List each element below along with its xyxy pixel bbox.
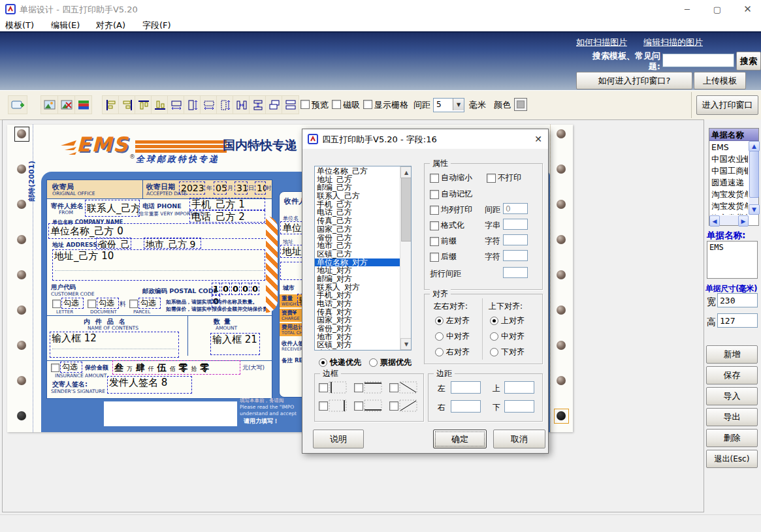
document-checkbox[interactable] [88,300,96,308]
field-list-item[interactable]: 国家_己方 [315,225,400,234]
field-list-item[interactable]: 单位名称_对方 [315,258,400,267]
preview-checkbox[interactable] [300,100,310,109]
margin-left-input[interactable] [451,381,481,394]
template-list-item[interactable]: 淘宝发货单6 [709,212,748,215]
prefix-checkbox[interactable] [430,237,439,246]
new-button[interactable]: 新增 [706,345,758,364]
field-list-item[interactable]: 邮编_对方 [315,275,400,283]
address-self-field[interactable]: 地址_己方 10 [52,249,265,281]
h-align-center-radio[interactable] [435,332,444,341]
show-grid-checkbox[interactable] [363,100,372,109]
field-list-item[interactable]: √ 选项 [315,349,400,351]
scroll-right-icon[interactable]: ▶ [738,215,749,227]
color-swatch[interactable] [514,98,527,111]
auto-shrink-checkbox[interactable] [430,174,439,183]
equal-height-icon[interactable] [184,95,201,114]
field-list-item[interactable]: 邮编_己方 [315,183,400,192]
template-list-item[interactable]: 中国农业银行 [709,153,748,165]
border-bottom-checkbox[interactable] [354,401,363,411]
border-top-checkbox[interactable] [354,383,363,392]
format-string-input[interactable] [503,219,528,230]
margin-right-input[interactable] [451,400,481,413]
input-box-12-field[interactable]: 输入框 12 [50,332,179,358]
delete-button[interactable]: 删除 [706,429,758,447]
format-checkbox[interactable] [430,221,439,230]
company-self-field[interactable]: 单位名称_己方 0 [48,223,267,239]
auto-memory-checkbox[interactable] [430,190,439,199]
how-enter-print-button[interactable]: 如何进入打印窗口? [576,72,692,89]
field-list-item[interactable]: 区镇_己方 [315,250,400,258]
letter-check-field[interactable]: 勾选 [61,298,84,309]
field-list-item[interactable]: 传真_己方 [315,217,400,225]
enter-print-window-button[interactable]: 进入打印窗口 [696,95,758,115]
cancel-button[interactable]: 取消 [493,430,545,448]
month-field[interactable]: 05 [214,181,227,195]
parcel-checkbox[interactable] [129,300,138,308]
add-field-icon[interactable] [8,95,27,114]
save-button[interactable]: 保存 [706,366,758,384]
scrollbar-thumb[interactable] [401,178,412,242]
even-print-checkbox[interactable] [430,206,439,215]
template-list-item[interactable]: EMS [709,142,748,153]
v-align-top-radio[interactable] [490,317,498,325]
field-list-item[interactable]: 国家_对方 [315,316,400,324]
scroll-up-icon[interactable]: ▲ [749,141,760,151]
template-name-box[interactable]: EMS [707,241,758,279]
bring-to-front-icon[interactable] [265,95,283,114]
selection-frame-active[interactable] [554,409,569,424]
border-diag-up-checkbox[interactable] [389,401,398,411]
space-equal-h-icon[interactable] [200,95,218,114]
v-align-bottom-radio[interactable] [490,348,498,356]
remove-image-icon[interactable] [57,95,75,114]
margin-bottom-input[interactable] [504,400,534,413]
send-to-back-icon[interactable] [282,95,299,114]
province-self-field[interactable]: 省份_己 [96,238,131,249]
no-print-checkbox[interactable] [487,174,496,183]
field-list-item[interactable]: 电话_己方 [315,208,400,217]
template-list-item[interactable]: 中国工商银行 [709,165,748,177]
insert-image-icon[interactable] [40,95,58,114]
menu-align[interactable]: 对齐(A) [96,20,125,31]
field-list-item[interactable]: 地市_对方 [315,333,400,341]
field-list-item[interactable]: 联系人_对方 [315,283,400,292]
chevron-down-icon[interactable]: ▼ [453,99,464,110]
scrollbar-thumb[interactable] [749,151,759,198]
field-list-item[interactable]: 手机_己方 [315,200,400,209]
border-left-checkbox[interactable] [319,383,328,392]
selection-frame[interactable] [14,127,29,142]
align-bottom-icon[interactable] [151,95,169,114]
mobile-self-field[interactable]: 手机_己方 1 [189,198,265,210]
express-priority-radio[interactable] [319,358,327,367]
scan-image-link[interactable]: 如何扫描图片 [576,37,627,48]
edit-scanned-image-link[interactable]: 编辑扫描的图片 [643,37,703,48]
ticket-priority-radio[interactable] [369,358,378,367]
letter-checkbox[interactable] [52,300,61,308]
border-diag-down-checkbox[interactable] [389,383,398,392]
menu-template[interactable]: 模板(T) [5,20,34,31]
template-list-item[interactable]: 淘宝发货单4 [709,189,748,200]
menu-edit[interactable]: 编辑(E) [51,20,80,31]
insurance-check-field[interactable]: 勾选 [60,362,82,373]
field-list-item[interactable]: 联系人_己方 [315,192,400,200]
close-button[interactable]: ✕ [734,0,761,18]
dialog-close-icon[interactable]: ✕ [531,133,545,146]
colors-icon[interactable] [74,95,92,114]
border-right-checkbox[interactable] [319,401,328,411]
document-check-field[interactable]: 勾选 [97,298,119,309]
maximize-button[interactable]: ▢ [704,0,730,18]
scroll-down-icon[interactable]: ▼ [400,338,412,350]
insurance-checkbox[interactable] [51,364,59,372]
year-field[interactable]: 2023 [179,181,205,195]
scroll-left-icon[interactable]: ◀ [709,215,720,227]
even-spacing-input[interactable] [503,203,528,214]
menu-field[interactable]: 字段(F) [142,20,171,31]
minimize-button[interactable]: ─ [674,0,700,18]
field-list-item[interactable]: 手机_对方 [315,291,400,300]
h-center-icon[interactable] [233,95,250,114]
align-left-icon[interactable] [102,95,120,114]
postal-digit-field[interactable]: 0 [251,283,259,295]
spacing-dropdown[interactable]: 5 ▼ [433,98,464,112]
field-list-item[interactable]: 地址_对方 [315,266,400,275]
template-list-item[interactable]: 淘宝发货单5 [709,200,748,212]
v-align-center-radio[interactable] [490,332,498,341]
